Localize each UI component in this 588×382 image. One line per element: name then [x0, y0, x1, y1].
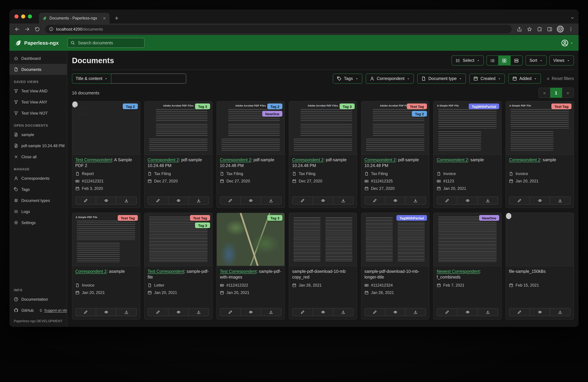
edit-button[interactable] [292, 308, 313, 316]
sidebar-item-pdf-sample-10-24-48-pm[interactable]: pdf-sample 10.24.48 PM [9, 140, 67, 151]
document-thumbnail[interactable]: Test TagTag 3 [145, 213, 212, 266]
correspondent-link[interactable]: Correspondent 2 [509, 158, 540, 162]
browser-profile-avatar[interactable] [557, 25, 564, 33]
view-button[interactable] [313, 308, 333, 316]
sidebar-item-test-view-not[interactable]: Test View NOT [9, 107, 67, 119]
filter-tags-button[interactable]: Tags [333, 74, 362, 84]
document-thumbnail[interactable]: Lorem IpsumTag 2 [72, 101, 140, 155]
view-list-button[interactable] [486, 55, 499, 65]
reset-filters-button[interactable]: Reset filters [546, 76, 574, 81]
share-icon[interactable] [517, 26, 522, 32]
edit-button[interactable] [220, 197, 241, 205]
correspondent-link[interactable]: Newest Correspondent [437, 269, 480, 274]
pagination-prev-button[interactable]: « [539, 88, 550, 98]
sidebar-link-suggest-an-idea[interactable]: Suggest an idea [39, 308, 67, 312]
filter-correspondent-button[interactable]: Correspondent [366, 74, 414, 84]
document-thumbnail[interactable]: Adobe Acrobat PDF FilesTest TagTag 2 [361, 101, 429, 155]
sidebar-item-close-all[interactable]: Close all [9, 151, 67, 162]
document-thumbnail[interactable]: A Simple PDF FileTest Tag [72, 213, 140, 266]
download-button[interactable] [333, 308, 354, 316]
document-thumbnail[interactable]: NewOne [434, 213, 501, 266]
tag-chip[interactable]: Tag 2 [123, 103, 138, 109]
edit-button[interactable] [147, 308, 168, 316]
pagination-next-button[interactable]: » [562, 88, 574, 98]
download-button[interactable] [333, 197, 354, 205]
user-menu[interactable] [561, 39, 573, 46]
forward-icon[interactable] [24, 26, 30, 32]
zoom-window-button[interactable] [28, 15, 32, 19]
view-button[interactable] [96, 308, 116, 316]
view-button[interactable] [457, 197, 478, 205]
tag-chip[interactable]: Tag 3 [267, 215, 282, 221]
correspondent-link[interactable]: Test Correspondent [75, 158, 112, 162]
sidebar-item-tags[interactable]: Tags [9, 184, 67, 195]
correspondent-link[interactable]: Correspondent 2 [147, 158, 179, 162]
view-details-button[interactable] [511, 55, 523, 65]
download-button[interactable] [478, 197, 498, 205]
download-button[interactable] [406, 308, 426, 316]
view-button[interactable] [168, 197, 189, 205]
document-thumbnail[interactable]: Adobe Acrobat PDF FilesTag 2NewOne [217, 101, 284, 155]
search-input[interactable] [77, 40, 141, 45]
view-button[interactable] [241, 308, 261, 316]
browser-menu-kebab-icon[interactable] [568, 26, 573, 32]
document-thumbnail[interactable] [289, 213, 357, 266]
view-button[interactable] [313, 197, 333, 205]
document-thumbnail[interactable]: TagWithPartial [361, 213, 429, 266]
correspondent-link[interactable]: Correspondent 2 [364, 158, 396, 162]
filter-added-button[interactable]: Added [508, 74, 541, 84]
correspondent-link[interactable]: Correspondent 2 [220, 158, 251, 162]
tab-list-chevron-icon[interactable] [570, 16, 575, 20]
bookmark-star-icon[interactable] [527, 26, 532, 32]
url-bar[interactable]: localhost:4200/documents [45, 25, 512, 33]
view-button[interactable] [457, 308, 478, 316]
correspondent-link[interactable]: Correspondent 2 [75, 269, 106, 274]
sidebar-item-dashboard[interactable]: Dashboard [9, 53, 67, 64]
edit-button[interactable] [509, 308, 530, 316]
download-button[interactable] [550, 308, 570, 316]
sidebar-item-settings[interactable]: Settings [9, 217, 67, 228]
view-button[interactable] [385, 308, 405, 316]
select-button[interactable]: Select [452, 55, 484, 65]
download-button[interactable] [261, 197, 281, 205]
sidebar-item-document-types[interactable]: Document types [9, 195, 67, 206]
sidebar-item-test-view-any[interactable]: Test View ANY [9, 96, 67, 107]
back-icon[interactable] [15, 26, 20, 32]
sort-button[interactable]: Sort [525, 55, 547, 65]
tag-chip[interactable]: Tag 3 [195, 222, 210, 228]
edit-button[interactable] [509, 197, 530, 205]
title-content-filter-input[interactable] [111, 74, 186, 84]
edit-button[interactable] [220, 308, 241, 316]
site-info-icon[interactable] [49, 27, 53, 31]
sidebar-item-correspondents[interactable]: Correspondents [9, 173, 67, 184]
correspondent-link[interactable]: Test Correspondent [147, 269, 184, 274]
edit-button[interactable] [75, 197, 96, 205]
tag-chip[interactable]: NewOne [262, 111, 282, 117]
sidebar-item-sample[interactable]: sample [9, 129, 67, 140]
download-button[interactable] [478, 308, 498, 316]
sidebar-item-logs[interactable]: Logs [9, 206, 67, 217]
new-tab-button[interactable] [114, 16, 119, 20]
download-button[interactable] [406, 197, 426, 205]
extensions-puzzle-icon[interactable] [537, 26, 542, 32]
side-panel-icon[interactable] [547, 26, 552, 32]
document-thumbnail[interactable]: Lorem ipsum [506, 213, 573, 266]
tag-chip[interactable]: TagWithPartial [469, 103, 499, 109]
view-grid-button[interactable] [499, 55, 511, 65]
document-thumbnail[interactable]: A Simple PDF FileTagWithPartial [434, 101, 501, 155]
reload-icon[interactable] [35, 26, 40, 32]
edit-button[interactable] [75, 308, 96, 316]
document-thumbnail[interactable]: Tag 3 [217, 213, 284, 266]
tag-chip[interactable]: Tag 2 [412, 111, 427, 117]
edit-button[interactable] [292, 197, 313, 205]
sidebar-item-documentation[interactable]: Documentation [9, 294, 67, 305]
tag-chip[interactable]: Test Tag [551, 103, 571, 109]
browser-tab[interactable]: Documents - Paperless-ngx [39, 13, 110, 23]
edit-button[interactable] [364, 197, 385, 205]
sidebar-item-documents[interactable]: Documents [9, 64, 67, 75]
close-window-button[interactable] [15, 15, 19, 19]
tag-chip[interactable]: Test Tag [118, 215, 138, 221]
filter-created-button[interactable]: Created [469, 74, 505, 84]
view-button[interactable] [96, 197, 116, 205]
edit-button[interactable] [437, 308, 457, 316]
